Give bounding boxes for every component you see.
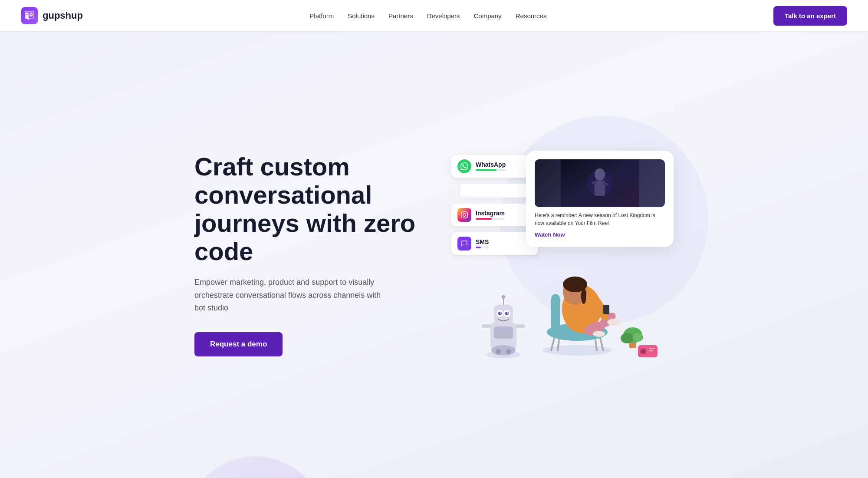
- svg-point-51: [506, 349, 511, 354]
- notification-text: Here's a reminder: A new season of Lost …: [535, 211, 665, 227]
- hero-section: Craft custom conversational journeys wit…: [0, 0, 868, 478]
- hero-illustration-area: WhatsApp Instagram: [447, 142, 674, 368]
- nav-partners[interactable]: Partners: [388, 12, 413, 20]
- movie-thumbnail: [535, 159, 665, 207]
- svg-point-8: [587, 170, 613, 196]
- whatsapp-label: WhatsApp: [476, 161, 506, 168]
- svg-rect-25: [603, 305, 609, 314]
- instagram-label: Instagram: [476, 210, 505, 217]
- instagram-icon: [457, 208, 471, 222]
- svg-point-28: [621, 333, 634, 343]
- svg-rect-47: [482, 324, 491, 328]
- logo-icon: [21, 7, 38, 24]
- svg-rect-33: [649, 348, 655, 349]
- svg-rect-48: [516, 324, 525, 328]
- svg-point-43: [500, 312, 501, 313]
- svg-point-29: [633, 333, 643, 342]
- nav-solutions[interactable]: Solutions: [348, 12, 375, 20]
- placeholder-box-1: [460, 184, 534, 198]
- nav-developers[interactable]: Developers: [427, 12, 460, 20]
- hero-subtitle: Empower marketing, product and support t…: [194, 276, 385, 315]
- logo[interactable]: gupshup: [21, 7, 83, 24]
- talk-to-expert-button[interactable]: Talk to an expert: [773, 6, 847, 26]
- logo-text: gupshup: [43, 10, 83, 21]
- svg-rect-34: [649, 350, 653, 351]
- svg-rect-37: [494, 326, 513, 339]
- hero-content: Craft custom conversational journeys wit…: [174, 116, 694, 394]
- svg-rect-0: [26, 13, 29, 19]
- request-demo-button[interactable]: Request a demo: [194, 332, 283, 356]
- character-illustration: [447, 229, 674, 368]
- whatsapp-channel-pill: WhatsApp: [451, 155, 538, 178]
- svg-point-49: [491, 345, 516, 356]
- instagram-channel-pill: Instagram: [451, 204, 538, 226]
- hero-title: Craft custom conversational journeys wit…: [194, 153, 421, 266]
- svg-point-32: [641, 349, 645, 353]
- navigation: gupshup Platform Solutions Partners Deve…: [0, 0, 868, 31]
- instagram-info: Instagram: [476, 210, 505, 220]
- nav-company[interactable]: Company: [474, 12, 502, 20]
- nav-platform[interactable]: Platform: [309, 12, 334, 20]
- svg-point-44: [507, 312, 508, 313]
- svg-rect-15: [551, 294, 560, 337]
- svg-point-20: [593, 331, 605, 337]
- svg-point-50: [496, 349, 501, 354]
- whatsapp-icon: [457, 159, 471, 173]
- svg-point-23: [581, 288, 586, 304]
- whatsapp-info: WhatsApp: [476, 161, 506, 171]
- hero-left: Craft custom conversational journeys wit…: [194, 153, 421, 356]
- nav-links: Platform Solutions Partners Developers C…: [309, 12, 546, 20]
- svg-point-19: [607, 319, 621, 326]
- svg-point-46: [502, 295, 505, 299]
- nav-resources[interactable]: Resources: [516, 12, 547, 20]
